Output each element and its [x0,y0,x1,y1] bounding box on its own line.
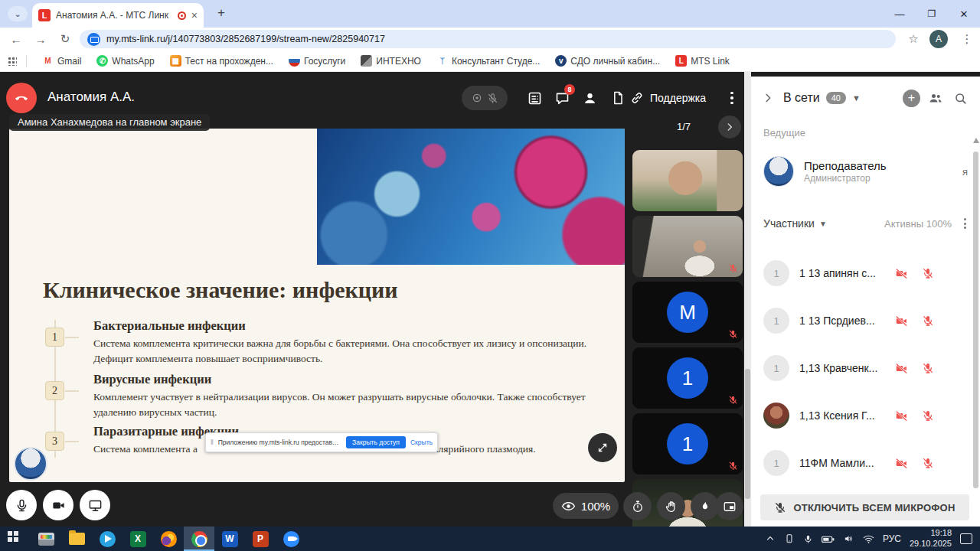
panel-scrollbar[interactable] [972,136,979,499]
participants-menu-button[interactable] [961,218,969,229]
browser-titlebar: ⌄ L Анатомия А.А. - МТС Линк × + — ❐ ✕ [0,0,980,28]
bookmark-mts-link[interactable]: LMTS Link [669,55,736,67]
bookmark-whatsapp[interactable]: ✆WhatsApp [90,55,160,67]
taskbar-telegram[interactable] [92,527,122,551]
group-actions-icon[interactable] [926,89,945,107]
hangup-button[interactable] [6,83,37,113]
banner-grip-icon[interactable]: ‖ [211,439,214,446]
participant-row[interactable]: 1 1 13 апинян с... [751,249,980,297]
browser-tab[interactable]: L Анатомия А.А. - МТС Линк × [32,3,204,28]
participant-row[interactable]: 1,13 Ксения Г... [751,392,980,439]
browser-menu-button[interactable]: ⋮ [957,30,977,48]
video-tile-initial-m[interactable]: M [632,282,743,343]
online-label[interactable]: В сети [783,91,820,105]
video-tile-initial-1b[interactable]: 1 [632,413,743,474]
window-maximize-button[interactable]: ❐ [916,0,948,28]
tray-volume-icon[interactable] [843,533,854,544]
taskbar-word[interactable]: W [214,527,245,551]
timer-button[interactable] [623,492,652,520]
scrollbar-thumb[interactable] [973,152,978,488]
bookmark-sdo[interactable]: ᴠСДО личный кабин... [549,55,666,67]
agenda-icon[interactable] [524,87,545,109]
tray-device-icon[interactable] [784,533,795,544]
participants-icon[interactable] [579,87,600,109]
bookmark-test[interactable]: ▦Тест на прохожден... [164,55,279,67]
taskbar-powerpoint[interactable]: P [245,527,276,551]
picture-in-picture-button[interactable] [715,492,743,520]
search-icon[interactable] [951,89,969,107]
collapse-panel-button[interactable] [762,92,774,104]
new-tab-button[interactable]: + [213,5,230,22]
taskbar-firefox[interactable] [153,527,184,551]
slide-title: Клиническое значение: инфекции [43,277,398,303]
window-minimize-button[interactable]: — [884,0,916,28]
slide-item-bacterial: Бактериальные инфекции Система комплемен… [93,318,619,367]
video-tile-initial-1a[interactable]: 1 [632,347,743,409]
clock[interactable]: 19:18 29.10.2025 [910,528,952,549]
participant-row[interactable]: 1 1,13 Кравченк... [751,344,980,392]
host-row[interactable]: Преподаватель Администратор я [751,150,980,193]
taskbar-zoom[interactable] [276,527,306,551]
university-emblem-logo [14,447,47,481]
page-scrollbar[interactable] [744,72,751,527]
mic-off-icon [922,409,934,422]
bookmark-gmail[interactable]: MGmail [36,55,87,67]
window-close-button[interactable]: ✕ [948,0,980,28]
browser-toolbar: ← → ↻ my.mts-link.ru/j/140773803/2852687… [0,28,980,51]
screen-share-button[interactable] [80,490,110,520]
participant-row[interactable]: 1 11ФМ Мамли... [751,439,980,487]
participants-label[interactable]: Участники [763,217,815,230]
start-button[interactable] [0,527,31,551]
chevron-down-icon[interactable]: ▼ [852,93,861,103]
participant-row[interactable]: 1 1 13 Псрдиев... [751,297,980,344]
camera-button[interactable] [43,490,74,520]
video-tile-webcam-1[interactable] [632,150,743,211]
tab-search-button[interactable]: ⌄ [8,6,28,21]
apps-grid-icon[interactable] [8,57,17,66]
taskbar-scanner-app[interactable] [31,527,61,551]
video-strip: 1/7 M 1 1 [632,72,743,527]
back-button[interactable]: ← [6,30,26,48]
taskbar-file-explorer[interactable] [61,527,92,551]
host-name: Преподаватель [804,159,887,172]
taskbar-chrome-active[interactable] [184,527,214,551]
fullscreen-button[interactable] [588,433,617,462]
mic-off-icon [922,362,934,375]
av-status-pill[interactable] [462,86,508,110]
scrollbar-thumb[interactable] [745,369,750,499]
scroll-up-arrow[interactable] [973,138,979,143]
reload-button[interactable]: ↻ [55,30,75,48]
microphone-button[interactable] [6,490,37,520]
raise-hand-button[interactable] [657,492,685,520]
tray-wifi-icon[interactable] [863,534,874,544]
tab-close-button[interactable]: × [191,10,198,21]
eye-icon [561,499,576,514]
tray-mic-icon[interactable] [803,534,813,544]
forward-button[interactable]: → [31,30,51,48]
mic-off-icon [728,395,738,405]
tray-expand-icon[interactable] [765,533,776,544]
stop-sharing-button[interactable]: Закрыть доступ [346,436,406,448]
slide-item-heading: Бактериальные инфекции [93,318,619,334]
video-tile-webcam-2[interactable] [632,216,743,277]
taskbar-excel[interactable]: X [122,527,153,551]
bookmark-consultant[interactable]: ᛉКонсультант Студе... [430,55,546,67]
notification-center-icon[interactable] [960,533,972,544]
profile-avatar[interactable]: A [929,30,949,48]
mic-muted-status-icon [487,93,498,104]
bookmark-star-icon[interactable]: ☆ [903,30,923,48]
language-indicator[interactable]: РУС [883,533,901,544]
bookmark-gosuslugi[interactable]: Госуслуги [283,55,351,67]
files-icon[interactable] [607,87,629,109]
mute-all-button[interactable]: ОТКЛЮЧИТЬ ВСЕМ МИКРОФОН [760,494,969,520]
tray-battery-icon[interactable] [822,534,835,544]
chat-icon[interactable]: 8 [551,87,573,109]
add-participant-button[interactable]: + [903,90,920,107]
slide-item-body: Комплемент участвует в нейтрализации вир… [93,390,619,421]
next-videos-button[interactable] [718,116,741,139]
attention-rate-pill[interactable]: 100% [553,493,619,519]
bookmark-intehno[interactable]: ИНТЕХНО [354,55,427,67]
address-bar[interactable]: my.mts-link.ru/j/140773803/2852687199/st… [80,30,896,48]
hide-banner-link[interactable]: Скрыть [410,439,433,446]
chevron-down-icon[interactable]: ▼ [819,220,827,228]
